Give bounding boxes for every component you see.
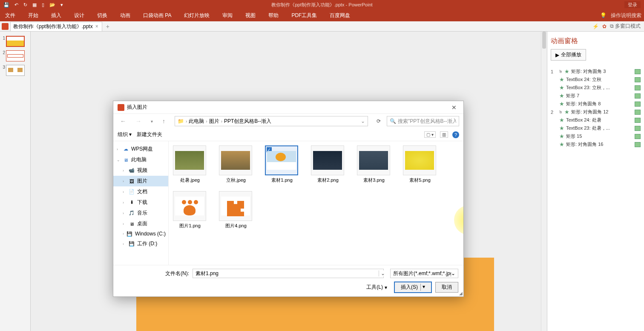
- view-mode-button[interactable]: ▢ ▾: [424, 131, 436, 138]
- tab-slideshow[interactable]: 幻灯片放映: [181, 10, 212, 21]
- tree-item[interactable]: ›💾工作 (D:): [113, 238, 168, 249]
- save-icon[interactable]: 💾: [3, 2, 9, 8]
- tab-insert[interactable]: 插入: [49, 10, 64, 21]
- slide-thumbnail-1[interactable]: [6, 36, 25, 47]
- animation-item[interactable]: ★矩形: 对角圆角 16: [551, 140, 641, 148]
- breadcrumb[interactable]: 📁 › 此电脑 › 图片 › PPT创意风格B--渐入 ⌄: [175, 116, 368, 126]
- nav-back-icon[interactable]: ←: [118, 117, 129, 125]
- tree-item[interactable]: ›📹视频: [113, 165, 168, 176]
- animation-item[interactable]: 2🖱★矩形: 对角圆角 12: [551, 108, 641, 116]
- file-list[interactable]: 处暑.jpeg立秋.jpeg素材1.png素材2.png素材3.png素材5.p…: [169, 141, 463, 265]
- tree-expand-icon[interactable]: ›: [123, 211, 126, 215]
- file-item[interactable]: 素材5.png: [403, 145, 437, 183]
- insert-button[interactable]: 插入(S)▾: [394, 282, 432, 293]
- animation-timing-bar[interactable]: [635, 85, 641, 90]
- feedback-icon[interactable]: ⚡: [592, 23, 599, 29]
- dialog-titlebar[interactable]: 插入图片 ✕: [113, 101, 463, 114]
- settings-icon[interactable]: ✿: [602, 23, 607, 29]
- animation-timing-bar[interactable]: [635, 134, 641, 139]
- tree-expand-icon[interactable]: ›: [123, 179, 126, 183]
- tab-help[interactable]: 帮助: [266, 10, 281, 21]
- organize-button[interactable]: 组织 ▾: [118, 131, 132, 138]
- canvas-scrollbar[interactable]: [541, 32, 547, 331]
- tab-pocket-anim[interactable]: 口袋动画 PA: [141, 10, 174, 21]
- filename-input[interactable]: [193, 269, 384, 278]
- new-folder-button[interactable]: 新建文件夹: [137, 131, 162, 138]
- login-button[interactable]: 登录: [624, 1, 641, 8]
- tree-expand-icon[interactable]: ›: [123, 190, 126, 194]
- tree-item[interactable]: ›🎵音乐: [113, 208, 168, 218]
- breadcrumb-dropdown[interactable]: ⌄: [361, 118, 365, 124]
- animation-item[interactable]: ★矩形 7: [551, 92, 641, 100]
- tree-expand-icon[interactable]: ›: [123, 200, 126, 205]
- tab-design[interactable]: 设计: [72, 10, 87, 21]
- play-all-button[interactable]: ▶全部播放: [551, 49, 586, 61]
- animation-timing-bar[interactable]: [635, 126, 641, 131]
- refresh-icon[interactable]: ⟳: [375, 118, 382, 124]
- tree-expand-icon[interactable]: ⌄: [117, 158, 120, 162]
- tools-button[interactable]: 工具(L) ▾: [363, 283, 391, 292]
- redo-icon[interactable]: ↻: [23, 2, 27, 8]
- slide-thumbnail-2[interactable]: [6, 50, 25, 61]
- preview-pane-button[interactable]: ▥: [440, 131, 448, 138]
- insert-dropdown-icon[interactable]: ▾: [420, 284, 425, 291]
- animation-item[interactable]: ★TextBox 23: 处暑，...: [551, 124, 641, 132]
- animation-timing-bar[interactable]: [635, 77, 641, 82]
- animation-item[interactable]: ★矩形 15: [551, 132, 641, 140]
- tree-expand-icon[interactable]: ›: [123, 168, 126, 173]
- animation-timing-bar[interactable]: [635, 142, 641, 147]
- cancel-button[interactable]: 取消: [435, 282, 458, 293]
- filename-dropdown[interactable]: ⌄: [379, 270, 387, 276]
- resize-grip[interactable]: ◢: [459, 291, 463, 296]
- tab-review[interactable]: 审阅: [220, 10, 235, 21]
- animation-timing-bar[interactable]: [635, 93, 641, 99]
- tree-expand-icon[interactable]: ›: [123, 222, 126, 226]
- animation-item[interactable]: ★TextBox 24: 立秋: [551, 75, 641, 84]
- close-tab-icon[interactable]: ×: [95, 23, 99, 29]
- tell-me-input[interactable]: 操作说明搜索: [611, 12, 641, 19]
- nav-up-icon[interactable]: ↑: [160, 117, 168, 125]
- animation-timing-bar[interactable]: [635, 110, 641, 115]
- crumb-2[interactable]: PPT创意风格B--渐入: [224, 118, 271, 125]
- close-icon[interactable]: ✕: [449, 103, 459, 112]
- help-icon[interactable]: ?: [452, 131, 459, 138]
- tab-animations[interactable]: 动画: [118, 10, 133, 21]
- animation-timing-bar[interactable]: [635, 69, 641, 74]
- file-item[interactable]: 素材1.png: [265, 145, 299, 183]
- start-from-beginning-icon[interactable]: ▦: [32, 2, 37, 8]
- tree-expand-icon[interactable]: ›: [117, 147, 120, 151]
- tree-item[interactable]: ›🖥桌面: [113, 218, 168, 229]
- open-icon[interactable]: 📂: [49, 2, 55, 8]
- tree-item[interactable]: ⌄🖥此电脑: [113, 154, 168, 165]
- document-tab[interactable]: 教你制作《ppt制作渐入功能》.pptx ×: [10, 22, 102, 31]
- tab-view[interactable]: 视图: [243, 10, 258, 21]
- animation-timing-bar[interactable]: [635, 118, 641, 123]
- tree-item[interactable]: ›⬇下载: [113, 197, 168, 208]
- add-tab-button[interactable]: +: [102, 23, 113, 30]
- animation-item[interactable]: 1🖱★矩形: 对角圆角 3: [551, 67, 641, 75]
- animation-item[interactable]: ★矩形: 对角圆角 8: [551, 100, 641, 108]
- nav-history-dropdown[interactable]: ▾: [148, 118, 155, 125]
- file-item[interactable]: 图片4.png: [219, 191, 253, 229]
- file-item[interactable]: 图片1.png: [173, 191, 207, 229]
- tree-item[interactable]: ›🖼图片: [113, 176, 168, 186]
- tree-expand-icon[interactable]: ›: [123, 242, 126, 246]
- filetype-select[interactable]: 所有图片(*.emf;*.wmf;*.jpg;*.jp⌄: [390, 269, 458, 278]
- tab-baidu[interactable]: 百度网盘: [327, 10, 353, 21]
- crumb-1[interactable]: 图片: [209, 118, 219, 125]
- tab-file[interactable]: 文件: [3, 10, 18, 21]
- tab-home[interactable]: 开始: [26, 10, 41, 21]
- tab-pdf[interactable]: PDF工具集: [289, 10, 319, 21]
- qat-dropdown-icon[interactable]: ▾: [60, 2, 63, 8]
- tab-transitions[interactable]: 切换: [95, 10, 110, 21]
- file-item[interactable]: 素材2.png: [311, 145, 345, 183]
- animation-item[interactable]: ★TextBox 24: 处暑: [551, 116, 641, 124]
- tree-item[interactable]: ›💾Windows (C:): [113, 229, 168, 238]
- nav-forward-icon[interactable]: →: [133, 117, 144, 125]
- file-item[interactable]: 处暑.jpeg: [173, 145, 207, 183]
- tree-item[interactable]: ›☁WPS网盘: [113, 144, 168, 154]
- animation-timing-bar[interactable]: [635, 102, 641, 107]
- multiwindow-toggle[interactable]: ⧉ 多窗口模式: [610, 23, 641, 30]
- tree-item[interactable]: ›📄文档: [113, 186, 168, 197]
- file-item[interactable]: 立秋.jpeg: [219, 145, 253, 183]
